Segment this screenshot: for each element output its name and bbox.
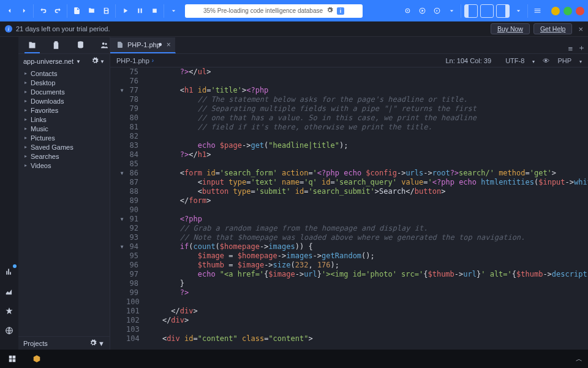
run-button[interactable] <box>118 4 132 18</box>
chart-view-button[interactable] <box>2 265 16 278</box>
code-content[interactable]: <div id="content" class="content"> <box>142 334 588 343</box>
fold-toggle[interactable] <box>118 178 126 187</box>
code-content[interactable]: ?></h1> <box>142 150 588 159</box>
maximize-icon[interactable] <box>564 7 572 15</box>
code-line[interactable]: ▾91 <?php <box>110 215 588 224</box>
sidebar-item[interactable]: ▸Videos <box>18 161 110 170</box>
code-line[interactable]: 89 </form> <box>110 196 588 205</box>
fold-toggle[interactable] <box>118 288 126 297</box>
fold-toggle[interactable] <box>118 104 126 113</box>
code-line[interactable]: 103 <box>110 325 588 334</box>
encoding[interactable]: UTF-8 ▾ <box>499 57 535 64</box>
macros-dropdown-button[interactable] <box>445 4 458 18</box>
code-editor[interactable]: 75 ?></ul>76▾77 <h1 id='title'><?php78 /… <box>110 67 588 350</box>
database-icon[interactable] <box>75 40 86 50</box>
fold-toggle[interactable] <box>118 159 126 169</box>
sidebar-item[interactable]: ▸Favorites <box>18 105 110 115</box>
fold-toggle[interactable]: ▾ <box>118 242 126 251</box>
code-content[interactable]: // Note that $homepage was loaded above … <box>142 233 588 242</box>
minimize-icon[interactable] <box>551 7 560 15</box>
code-content[interactable]: <form id='search_form' action='<?php ech… <box>142 169 588 178</box>
code-line[interactable]: 81 // field if it's there, otherwise we … <box>110 123 588 132</box>
redo-button[interactable] <box>51 4 64 18</box>
code-content[interactable] <box>142 132 588 141</box>
code-content[interactable] <box>142 77 588 86</box>
code-content[interactable]: // The statement below asks for the page… <box>142 95 588 104</box>
taskbar-app-1[interactable] <box>24 350 49 368</box>
code-line[interactable]: 102 </div> <box>110 316 588 325</box>
code-content[interactable]: if(count($homepage->images)) { <box>142 242 588 251</box>
fold-toggle[interactable] <box>118 270 126 279</box>
code-content[interactable]: </form> <box>142 196 588 205</box>
code-content[interactable]: </div> <box>142 307 588 316</box>
code-content[interactable]: echo $page->get("headline|title"); <box>142 141 588 150</box>
fold-toggle[interactable] <box>118 113 126 123</box>
step-button[interactable] <box>430 4 443 18</box>
fold-toggle[interactable] <box>118 77 126 86</box>
fold-toggle[interactable] <box>118 141 126 150</box>
code-content[interactable]: <?php <box>142 215 588 224</box>
gear-icon[interactable] <box>89 339 97 348</box>
code-line[interactable]: ▾77 <h1 id='title'><?php <box>110 86 588 95</box>
fold-toggle[interactable] <box>118 334 126 343</box>
code-line[interactable]: 84 ?></h1> <box>110 150 588 159</box>
sidebar-item[interactable]: ▸Desktop <box>18 78 110 87</box>
layout-dropdown-button[interactable] <box>511 4 525 18</box>
open-file-button[interactable] <box>85 4 98 18</box>
record-button[interactable] <box>401 4 414 18</box>
fold-toggle[interactable] <box>118 233 126 242</box>
gear-icon[interactable] <box>326 7 333 15</box>
code-content[interactable]: </div> <box>142 316 588 325</box>
fold-toggle[interactable]: ▾ <box>118 215 126 224</box>
code-line[interactable]: 87 <input type='text' name='q' id='searc… <box>110 178 588 187</box>
code-content[interactable]: <button type='submit' id='search_submit'… <box>142 187 588 196</box>
code-line[interactable]: 95 $image = $homepage->images->getRandom… <box>110 251 588 261</box>
code-content[interactable] <box>142 325 588 334</box>
hamburger-button[interactable] <box>530 4 544 18</box>
fold-toggle[interactable]: ▾ <box>118 169 126 178</box>
nav-forward-button[interactable] <box>17 4 31 18</box>
fold-toggle[interactable] <box>118 123 126 132</box>
code-line[interactable]: ▾94 if(count($homepage->images)) { <box>110 242 588 251</box>
sidebar-item[interactable]: ▸Saved Games <box>18 142 110 151</box>
code-content[interactable]: // one that has a value. So in this case… <box>142 113 588 123</box>
code-line[interactable]: 101 </div> <box>110 307 588 316</box>
favorites-button[interactable] <box>2 304 16 318</box>
breadcrumb-file[interactable]: PHP-1.php <box>116 57 149 64</box>
sidebar-item[interactable]: ▸Searches <box>18 151 110 161</box>
code-content[interactable]: // Separating multiple fields with a pip… <box>142 104 588 113</box>
code-line[interactable]: 83 echo $page->get("headline|title"); <box>110 141 588 150</box>
layout-left-button[interactable] <box>464 4 478 18</box>
sidebar-item[interactable]: ▸Links <box>18 115 110 124</box>
sidebar-item[interactable]: ▸Pictures <box>18 133 110 142</box>
explorer-view-icon[interactable] <box>27 40 37 50</box>
undo-button[interactable] <box>36 4 50 18</box>
search-input[interactable]: 35% Pre-loading code intelligence databa… <box>185 4 363 18</box>
code-line[interactable]: 76 <box>110 77 588 86</box>
code-line[interactable]: 104 <div id="content" class="content"> <box>110 334 588 343</box>
code-line[interactable]: 82 <box>110 132 588 141</box>
code-line[interactable]: 79 // Separating multiple fields with a … <box>110 104 588 113</box>
code-line[interactable]: 80 // one that has a value. So in this c… <box>110 113 588 123</box>
fold-toggle[interactable]: ▾ <box>118 86 126 95</box>
sidebar-title-row[interactable]: app-universe.net▼ ▼ <box>18 54 110 69</box>
users-icon[interactable] <box>99 40 110 50</box>
sidebar-item[interactable]: ▸Downloads <box>18 96 110 105</box>
buy-now-button[interactable]: Buy Now <box>491 23 530 34</box>
stop-button[interactable] <box>148 4 161 18</box>
fold-toggle[interactable] <box>118 297 126 307</box>
fold-toggle[interactable] <box>118 205 126 215</box>
globe-button[interactable] <box>2 324 16 337</box>
code-line[interactable]: 90 <box>110 205 588 215</box>
code-content[interactable]: $image = $homepage->images->getRandom(); <box>142 251 588 261</box>
sidebar-item[interactable]: ▸Documents <box>18 87 110 96</box>
fold-toggle[interactable] <box>118 196 126 205</box>
get-help-button[interactable]: Get Help <box>533 23 572 34</box>
fold-toggle[interactable] <box>118 307 126 316</box>
language-mode[interactable]: 👁 PHP ▾ <box>543 57 582 64</box>
close-tab-button[interactable]: × <box>167 40 171 49</box>
pause-button[interactable] <box>133 4 146 18</box>
new-file-button[interactable] <box>70 4 83 18</box>
code-content[interactable] <box>142 205 588 215</box>
code-content[interactable]: <input type='text' name='q' id='search_q… <box>142 178 588 187</box>
